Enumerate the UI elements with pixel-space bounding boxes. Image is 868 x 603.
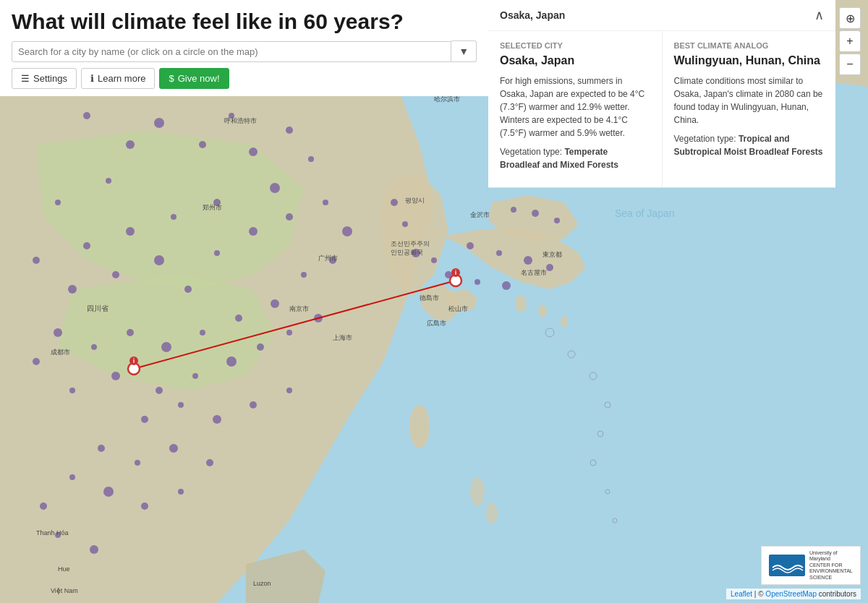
svg-point-78 [532,210,539,217]
svg-text:i: i [133,357,135,364]
svg-text:成都市: 成都市 [51,348,70,356]
svg-point-28 [249,227,258,236]
svg-point-42 [69,388,75,393]
minus-icon: − [846,58,853,71]
svg-text:哈尔浜市: 哈尔浜市 [434,95,460,103]
svg-point-9 [106,178,111,184]
search-input[interactable] [18,46,445,57]
leaflet-link[interactable]: Leaflet [731,590,752,598]
svg-point-66 [391,199,398,206]
analog-city-vegetation: Vegetation type: Tropical and Subtropica… [674,132,825,158]
svg-text:평양시: 평양시 [405,197,425,204]
dollar-icon: $ [169,73,174,84]
osm-link[interactable]: OpenStreetMap [765,590,817,598]
svg-text:上海市: 上海市 [333,334,352,341]
analog-city-section: Best Climate Analog Wulingyuan, Hunan, C… [663,31,836,187]
svg-point-54 [286,388,292,393]
search-row: ▼ [12,40,477,62]
svg-point-65 [90,545,98,554]
attribution-contributors: contributors [819,590,856,598]
svg-point-11 [199,141,206,148]
give-now-button[interactable]: $ Give now! [159,68,229,89]
logo-area: University of MarylandCENTER FOR ENVIRON… [761,546,861,585]
svg-point-34 [271,299,279,308]
zoom-out-button[interactable]: − [839,54,861,75]
svg-point-77 [511,207,516,213]
svg-text:인민공화국: 인민공화국 [391,249,423,256]
svg-point-26 [184,286,192,293]
svg-point-70 [496,250,502,256]
svg-point-48 [286,330,292,335]
info-icon: ℹ [90,73,94,84]
svg-point-16 [270,183,280,193]
svg-point-21 [55,200,61,205]
svg-point-55 [98,445,105,452]
top-bar: What will climate feel like in 60 years?… [0,0,488,96]
svg-point-60 [103,487,114,497]
page-title: What will climate feel like in 60 years? [12,9,477,35]
svg-point-50 [141,416,148,423]
svg-point-31 [342,226,352,236]
svg-point-76 [502,281,511,290]
settings-label: Settings [33,73,67,84]
svg-point-3 [561,316,568,328]
attribution: Leaflet | © OpenStreetMap contributors [726,589,861,599]
svg-point-58 [206,459,213,466]
settings-button[interactable]: ☰ Settings [12,68,77,89]
svg-text:広島市: 広島市 [427,320,446,327]
svg-point-61 [141,502,148,510]
svg-point-38 [127,329,134,336]
vegetation-label-1: Vegetation type: [500,147,562,157]
svg-text:Việt Nam: Việt Nam [51,587,78,594]
selected-city-vegetation: Vegetation type: Temperate Broadleaf and… [500,145,650,171]
svg-point-30 [323,200,328,205]
svg-point-1 [515,295,527,312]
svg-point-13 [249,147,258,156]
svg-point-72 [546,264,553,271]
svg-point-37 [161,342,171,352]
svg-point-10 [154,118,164,128]
svg-point-79 [554,218,560,223]
svg-point-75 [475,279,480,285]
svg-point-27 [214,250,220,256]
svg-point-56 [135,460,140,466]
svg-point-4 [409,405,430,448]
locate-button[interactable]: ⊕ [839,7,861,29]
svg-point-20 [83,242,90,249]
svg-point-18 [171,214,176,220]
svg-text:名古屋市: 名古屋市 [521,269,547,276]
svg-point-41 [33,358,40,365]
svg-point-59 [69,474,75,480]
svg-text:南京市: 南京市 [289,305,309,312]
svg-point-8 [126,140,135,149]
city-panel-collapse-button[interactable]: ∧ [814,7,824,23]
svg-text:郑州市: 郑州市 [203,204,222,211]
svg-text:松山市: 松山市 [448,305,468,312]
svg-point-52 [213,415,221,424]
learn-more-label: Learn more [98,73,145,84]
svg-point-69 [467,242,474,249]
settings-icon: ☰ [21,73,30,84]
city-panel: Osaka, Japan ∧ Selected City Osaka, Japa… [488,0,835,188]
search-dropdown-button[interactable]: ▼ [451,40,477,62]
zoom-in-button[interactable]: + [839,30,861,52]
vegetation-label-2: Vegetation type: [674,134,736,144]
search-input-wrapper[interactable] [12,41,451,62]
selected-city-label: Selected City [500,41,650,50]
city-panel-header: Osaka, Japan ∧ [488,0,835,31]
logo-waves-icon [769,555,805,576]
svg-text:金沢市: 金沢市 [470,211,490,218]
selected-city-section: Selected City Osaka, Japan For high emis… [488,31,663,187]
svg-point-51 [178,402,184,408]
map-controls: ⊕ + − [839,7,861,75]
toolbar: ☰ Settings ℹ Learn more $ Give now! [12,68,477,89]
svg-point-62 [178,489,184,495]
svg-point-63 [40,502,47,510]
svg-point-15 [308,156,314,162]
svg-point-53 [250,401,257,409]
svg-point-47 [257,343,264,351]
learn-more-button[interactable]: ℹ Learn more [81,68,155,89]
svg-text:呼和浩特市: 呼和浩特市 [224,117,257,124]
svg-point-71 [524,256,532,265]
svg-text:Thanh Hóa: Thanh Hóa [36,529,69,536]
